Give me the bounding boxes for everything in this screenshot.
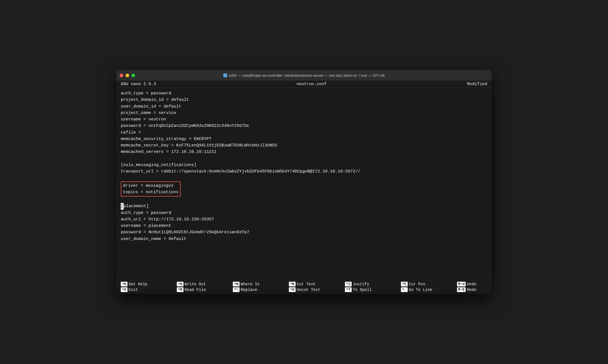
label-write-out: Write Out [185, 282, 206, 286]
label-undo: Undo [467, 282, 476, 286]
label-justify: Justify [353, 282, 369, 286]
modified-status: Modified [467, 82, 487, 87]
shortcut-row-1: ^G Get Help ^O Write Out ^W Where Is ^K … [121, 282, 487, 286]
shortcut-undo: M-U Undo [457, 282, 492, 286]
key-to-spell: ^T [345, 287, 352, 292]
key-replace: ^\ [233, 287, 240, 292]
shortcut-cur-pos: ^C Cur Pos [401, 282, 457, 286]
key-justify: ^J [345, 282, 352, 286]
highlighted-line: topics = notifications [123, 189, 178, 195]
code-line: transport_url = rabbit://openstack:HcmHc… [121, 168, 487, 175]
maximize-button[interactable] [131, 74, 135, 77]
code-line: project_name = service [121, 110, 487, 116]
shortcut-redo: M-E Redo [457, 287, 492, 292]
key-uncut-text: ^U [289, 287, 296, 292]
code-line: memcached_servers = 172.10.10.10:11211 [121, 149, 487, 155]
code-line: username = neutron [121, 116, 487, 123]
highlighted-line: driver = messagingv2 [123, 183, 178, 189]
key-exit: ^X [121, 287, 127, 292]
empty-line [121, 197, 487, 203]
key-read-file: ^R [177, 287, 184, 292]
code-line: [oslo_messaging_notifications] [121, 162, 487, 168]
label-uncut-text: Uncut Text [297, 288, 320, 292]
code-line: auth_url = http://172.10.10.150:35357 [121, 216, 487, 223]
shortcut-where-is: ^W Where Is [233, 282, 289, 286]
terminal-window: luthfi — root@hujan-os-controller: /etc/… [116, 70, 492, 294]
editor-area[interactable]: auth_type = password project_domain_id =… [116, 88, 492, 280]
traffic-lights [120, 74, 135, 77]
title-bar: luthfi — root@hujan-os-controller: /etc/… [116, 70, 492, 81]
code-line: user_domain_name = Default [121, 236, 487, 242]
shortcuts-bar: ^G Get Help ^O Write Out ^W Where Is ^K … [116, 280, 492, 294]
shortcut-uncut-text: ^U Uncut Text [289, 287, 345, 292]
highlighted-region: driver = messagingv2 topics = notificati… [121, 181, 181, 197]
file-name: neutron.conf [296, 82, 327, 87]
cursor: [ [121, 203, 124, 209]
code-line: memcache_secret_key = KsF75LenQ94L1V1jEG… [121, 142, 487, 149]
shortcut-cut-text: ^K Cut Text [289, 282, 345, 286]
label-to-spell: To Spell [353, 288, 372, 292]
code-line: user_domain_id = default [121, 103, 487, 110]
code-line: username = placement [121, 223, 487, 229]
label-exit: Exit [129, 288, 138, 292]
window-title: luthfi — root@hujan-os-controller: /etc/… [223, 73, 385, 78]
code-line: password = NcHut1LQ9LK02C6tJGomdFr29aQkA… [121, 229, 487, 235]
key-get-help: ^G [121, 282, 127, 286]
terminal-icon [223, 73, 227, 77]
key-where-is: ^W [233, 282, 240, 286]
nano-version: GNU nano 2.9.3 [121, 82, 156, 87]
shortcut-justify: ^J Justify [345, 282, 401, 286]
shortcut-go-to-line: ^_ Go To Line [401, 287, 457, 292]
key-go-to-line: ^_ [401, 287, 408, 292]
label-where-is: Where Is [241, 282, 259, 286]
label-get-help: Get Help [129, 282, 147, 286]
code-line: auth_type = password [121, 210, 487, 216]
key-undo: M-U [457, 282, 466, 286]
code-line: [placement] [121, 203, 487, 209]
shortcut-exit: ^X Exit [121, 287, 177, 292]
empty-line [121, 155, 487, 162]
label-go-to-line: Go To Line [409, 288, 432, 292]
shortcut-replace: ^\ Replace [233, 287, 289, 292]
shortcut-read-file: ^R Read File [177, 287, 233, 292]
shortcut-to-spell: ^T To Spell [345, 287, 401, 292]
key-write-out: ^O [177, 282, 184, 286]
nano-top-bar: GNU nano 2.9.3 neutron.conf Modified [116, 81, 492, 88]
label-read-file: Read File [185, 288, 206, 292]
minimize-button[interactable] [126, 74, 129, 77]
label-redo: Redo [467, 288, 476, 292]
shortcut-row-2: ^X Exit ^R Read File ^\ Replace ^U Uncut… [121, 287, 487, 292]
key-cut-text: ^K [289, 282, 296, 286]
label-cur-pos: Cur Pos [409, 282, 425, 286]
code-line: cafile = [121, 129, 487, 136]
code-line: password = ontFqDcCpZaniO2CymKA3xZHKO22c… [121, 123, 487, 129]
shortcut-get-help: ^G Get Help [121, 282, 177, 286]
key-cur-pos: ^C [401, 282, 408, 286]
code-line: project_domain_id = default [121, 97, 487, 103]
empty-line [121, 175, 487, 181]
code-line: auth_type = password [121, 90, 487, 97]
label-cut-text: Cut Text [297, 282, 315, 286]
code-line: memcache_security_strategy = ENCRYPT [121, 136, 487, 142]
shortcut-write-out: ^O Write Out [177, 282, 233, 286]
key-redo: M-E [457, 287, 466, 292]
close-button[interactable] [120, 74, 123, 77]
label-replace: Replace [241, 288, 257, 292]
